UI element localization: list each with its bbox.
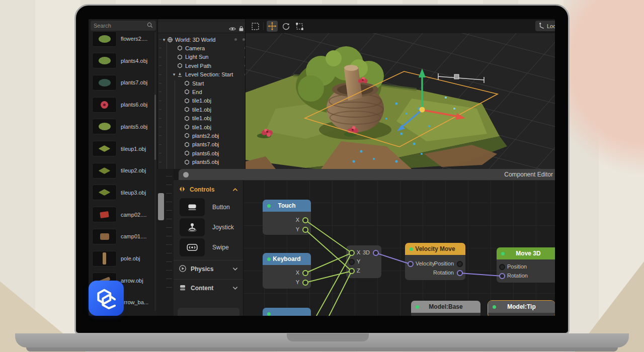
- node-header: Velocity Move: [405, 243, 465, 255]
- asset-item[interactable]: flowers2....: [89, 30, 157, 47]
- marquee-select-tool-button[interactable]: [250, 21, 261, 32]
- palette-section-content[interactable]: Content: [174, 279, 243, 295]
- port-position-in[interactable]: [499, 264, 505, 270]
- asset-label: camp01....: [121, 233, 146, 239]
- asset-thumbnail: [92, 119, 117, 134]
- expand-caret-icon[interactable]: ▾: [171, 72, 177, 77]
- tree-row[interactable]: ▾World: 3D World: [158, 35, 249, 44]
- hex-icon: [177, 45, 184, 51]
- chevron-up-icon[interactable]: [232, 186, 238, 193]
- port-rotation-in[interactable]: [499, 273, 505, 279]
- palette-section-partial[interactable]: [178, 308, 239, 316]
- palette-item-swipe[interactable]: Swipe: [180, 238, 243, 256]
- component-editor-handle[interactable]: [183, 172, 189, 178]
- component-editor-bar[interactable]: Component Editor: [179, 169, 555, 180]
- gutter-tick: [166, 219, 172, 219]
- asset-scrollbar-thumb[interactable]: [154, 95, 156, 160]
- chevron-down-icon[interactable]: [232, 266, 238, 273]
- lock-icon[interactable]: [238, 25, 244, 34]
- port-3d-out[interactable]: [373, 250, 379, 256]
- palette-item-button[interactable]: Button: [180, 198, 243, 216]
- globe-icon: [167, 37, 174, 43]
- hex-icon: [184, 116, 191, 121]
- asset-thumbnail: [92, 31, 117, 47]
- palette-item-label: Button: [212, 204, 230, 211]
- port-x-out[interactable]: [302, 270, 308, 276]
- asset-item[interactable]: pole.obj: [89, 250, 157, 267]
- tree-guide-line: [175, 80, 175, 171]
- controls-icon: [179, 186, 186, 194]
- port-velocity-in[interactable]: [408, 261, 414, 267]
- joystick-icon: [180, 218, 205, 236]
- node-model-base[interactable]: Model:Base: [411, 301, 480, 316]
- palette-section-controls[interactable]: Controls: [174, 183, 243, 196]
- gutter-tick: [166, 176, 172, 177]
- asset-item[interactable]: camp02....: [89, 206, 157, 223]
- gutter-tick: [166, 202, 172, 202]
- swipe-icon: [180, 238, 205, 256]
- physics-icon: [179, 265, 187, 274]
- asset-item[interactable]: plants5.obj: [89, 118, 157, 135]
- tree-row[interactable]: Camera: [158, 44, 259, 52]
- component-editor-title: Component Editor: [504, 171, 553, 178]
- port-position-out[interactable]: [457, 261, 463, 267]
- asset-label: tileup1.obj: [121, 146, 146, 152]
- hex-icon: [177, 63, 184, 68]
- port-x-in[interactable]: [349, 250, 355, 256]
- hierarchy-toolbar: [158, 22, 246, 33]
- tree-row[interactable]: ▾Level Section: Start: [158, 70, 259, 79]
- asset-item[interactable]: plants7.obj: [89, 74, 157, 91]
- move-tool-button[interactable]: [267, 21, 278, 32]
- local-space-label: Local: [547, 23, 555, 29]
- search-placeholder: Search: [94, 23, 147, 29]
- palette-item-joystick[interactable]: Joystick: [180, 218, 243, 236]
- local-space-button[interactable]: Local: [535, 21, 555, 31]
- visibility-dot[interactable]: [234, 38, 237, 41]
- port-z-in[interactable]: [349, 268, 355, 274]
- asset-thumbnail: [92, 229, 117, 244]
- app-logo-badge: [89, 281, 124, 316]
- port-label: X: [357, 249, 360, 255]
- gutter-scrollbar-thumb[interactable]: [158, 193, 164, 220]
- tree-row[interactable]: Level Path: [158, 61, 259, 70]
- viewport-3d[interactable]: Local: [245, 19, 555, 169]
- palette-section-label: Physics: [191, 266, 213, 273]
- hex-icon: [184, 150, 191, 156]
- tree-row-label: Light Sun: [185, 54, 208, 60]
- node-model-tip[interactable]: Model:Tip: [488, 301, 555, 316]
- palette-section-physics[interactable]: Physics: [174, 260, 243, 276]
- asset-item[interactable]: tileup3.obj: [89, 184, 157, 201]
- node-header: Model:Tip: [488, 301, 555, 313]
- search-input[interactable]: Search: [91, 21, 156, 31]
- port-rotation-out[interactable]: [457, 270, 463, 276]
- hex-icon: [184, 98, 191, 104]
- node-input-partial[interactable]: [263, 308, 311, 316]
- asset-label: flowers2....: [121, 36, 147, 42]
- port-y-out[interactable]: [302, 280, 308, 286]
- asset-item[interactable]: plants4.obj: [89, 52, 157, 69]
- eye-icon[interactable]: [229, 25, 236, 34]
- port-x-out[interactable]: [302, 217, 308, 223]
- port-label: Velocity: [416, 260, 435, 267]
- asset-glyph: [103, 252, 106, 265]
- gutter-tick: [166, 261, 172, 262]
- asset-label: tileup2.obj: [121, 167, 146, 173]
- node-header: Model:Base: [411, 301, 480, 313]
- asset-item[interactable]: camp01....: [89, 228, 157, 245]
- tree-row[interactable]: Light Sun: [158, 53, 259, 61]
- scale-tool-button[interactable]: [294, 21, 305, 32]
- tree-row-label: Level Path: [185, 63, 211, 69]
- asset-thumbnail: [92, 97, 117, 113]
- gutter-tick: [166, 210, 172, 211]
- port-y-in[interactable]: [349, 259, 355, 265]
- asset-label: tileup3.obj: [121, 190, 146, 196]
- tree-row-label: plants2.obj: [192, 133, 219, 139]
- port-y-out[interactable]: [302, 227, 308, 233]
- asset-item[interactable]: tileup2.obj: [89, 162, 157, 179]
- asset-item[interactable]: tileup1.obj: [89, 140, 157, 157]
- rotate-tool-button[interactable]: [280, 21, 291, 32]
- chevron-down-icon[interactable]: [232, 285, 238, 292]
- asset-thumbnail: [92, 163, 117, 179]
- asset-item[interactable]: plants6.obj: [89, 96, 157, 113]
- laptop-base-edge: [26, 347, 618, 351]
